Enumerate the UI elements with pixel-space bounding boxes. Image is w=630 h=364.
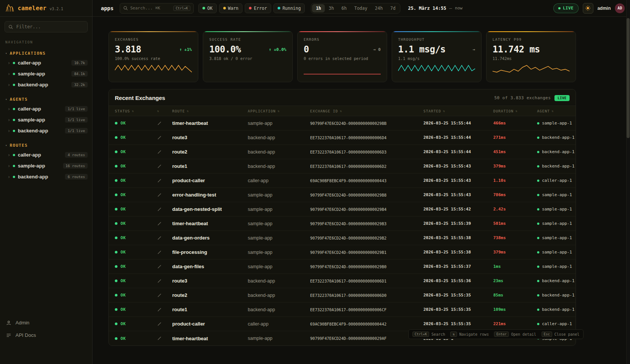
- sort-icon: ⇅: [157, 109, 159, 113]
- table-row[interactable]: OK product-caller caller-app 69AC90BF8EB…: [109, 174, 576, 188]
- sidebar-item-caller-app[interactable]: › caller-app 1/1 live: [0, 103, 92, 114]
- hint-key: ⇅: [450, 332, 457, 337]
- sidebar-section-header[interactable]: ▾ ROUTES: [0, 141, 92, 149]
- row-agent: sample-app-1: [542, 221, 572, 226]
- date-range-picker[interactable]: 25. März 14:55 – now: [408, 6, 462, 11]
- column-header-application[interactable]: APPLICATION⇅: [243, 109, 305, 113]
- row-exchange-id: EE7322370A10617-00000000000006D4: [305, 135, 418, 140]
- table-row[interactable]: OK data-gen-orders sample-app 90799F47E6…: [109, 231, 576, 245]
- column-header-agent[interactable]: AGENT⇅: [528, 109, 576, 113]
- time-range-1h[interactable]: 1h: [312, 4, 325, 12]
- table-row[interactable]: OK route3 backend-app EE7322370A10617-00…: [109, 274, 576, 288]
- live-dot-icon: [558, 7, 561, 9]
- row-started: 2026-03-25 15:55:39: [418, 221, 488, 226]
- column-header-route[interactable]: ROUTE⇅: [167, 109, 243, 113]
- status-filter-warn[interactable]: Warn: [219, 3, 243, 13]
- sidebar-item-api-docs[interactable]: API Docs: [0, 329, 92, 341]
- sidebar-item-caller-app[interactable]: › caller-app 10.7k: [0, 57, 92, 68]
- stat-delta: ↑ +1%: [179, 47, 192, 52]
- status-ok-dot-icon: [115, 208, 117, 210]
- time-range-today[interactable]: Today: [351, 4, 371, 12]
- global-search[interactable]: Ctrl+K: [120, 3, 194, 14]
- stat-sparkline: [493, 63, 570, 76]
- table-row[interactable]: OK route3 backend-app EE7322370A10617-00…: [109, 131, 576, 145]
- row-application: sample-app: [243, 235, 305, 241]
- theme-toggle-button[interactable]: [583, 3, 593, 14]
- sidebar-item-backend-app[interactable]: › backend-app 6 routes: [0, 171, 92, 182]
- brand[interactable]: cameleer v3.2.1: [0, 0, 92, 17]
- time-range-7d[interactable]: 7d: [386, 4, 399, 12]
- status-filter-error[interactable]: Error: [245, 3, 271, 13]
- row-exchange-id: 90799F47E6CD24D-00000000000029AF: [305, 336, 418, 341]
- sidebar-item-sample-app[interactable]: › sample-app 1/1 live: [0, 114, 92, 125]
- table-row[interactable]: OK timer-heartbeat sample-app 90799F47E6…: [109, 116, 576, 131]
- row-route: file-processing: [167, 249, 243, 255]
- row-status: OK: [120, 307, 126, 312]
- sidebar-section-header[interactable]: ▾ APPLICATIONS: [0, 49, 92, 57]
- chevron-right-icon: ›: [8, 164, 10, 168]
- stat-value: 11.742 ms: [493, 45, 540, 54]
- column-header-status[interactable]: STATUS⇅: [109, 109, 152, 113]
- table-row[interactable]: OK route2 backend-app EE7322370A10617-00…: [109, 145, 576, 159]
- row-status: OK: [120, 321, 126, 326]
- sidebar-item-caller-app[interactable]: › caller-app 4 routes: [0, 149, 92, 160]
- sidebar-section-header[interactable]: ▾ AGENTS: [0, 95, 92, 103]
- table-row[interactable]: OK route2 backend-app EE7322370A10617-00…: [109, 288, 576, 303]
- row-status: OK: [120, 278, 126, 283]
- agent-dot-icon: [537, 294, 539, 296]
- row-started: 2026-03-25 15:55:35: [418, 321, 488, 326]
- table-body: OK timer-heartbeat sample-app 90799F47E6…: [109, 116, 576, 346]
- table-row[interactable]: OK timer-heartbeat sample-app 90799F47E6…: [109, 217, 576, 231]
- column-header-duration[interactable]: DURATION⇅: [488, 109, 528, 113]
- table-row[interactable]: OK data-gen-files sample-app 90799F47E6C…: [109, 260, 576, 274]
- agent-dot-icon: [537, 208, 539, 210]
- row-application: sample-app: [243, 192, 305, 198]
- trend-icon: [157, 264, 162, 269]
- table-row[interactable]: OK file-processing sample-app 90799F47E6…: [109, 245, 576, 260]
- live-status-badge[interactable]: LIVE: [553, 3, 579, 13]
- avatar[interactable]: AD: [615, 3, 625, 13]
- trend-icon: [157, 221, 162, 226]
- agent-dot-icon: [537, 309, 539, 311]
- status-ok-dot-icon: [115, 122, 117, 124]
- sidebar-filter-input[interactable]: [5, 21, 88, 32]
- row-duration: 2.42s: [488, 207, 528, 212]
- row-duration: 23ms: [488, 278, 528, 283]
- section-items: › caller-app 4 routes › sample-app 16 ro…: [0, 149, 92, 182]
- row-status: OK: [120, 293, 126, 298]
- row-duration: 379ms: [488, 250, 528, 255]
- column-label: STARTED: [423, 109, 441, 113]
- status-filter-ok[interactable]: OK: [198, 3, 217, 13]
- row-application: sample-app: [243, 250, 305, 255]
- sidebar-item-sample-app[interactable]: › sample-app 84.1k: [0, 68, 92, 79]
- time-range-3h[interactable]: 3h: [325, 4, 338, 12]
- sidebar-item-badge: 32.2k: [71, 82, 88, 88]
- hint-label: Navigate rows: [459, 332, 489, 336]
- time-range-6h[interactable]: 6h: [338, 4, 351, 12]
- status-dot-icon: [13, 62, 15, 64]
- row-started: 2026-03-25 15:55:35: [418, 307, 488, 312]
- column-header-trend[interactable]: ⇅: [152, 109, 167, 113]
- global-search-input[interactable]: [130, 6, 171, 11]
- page-scrollbar[interactable]: [626, 0, 630, 364]
- table-row[interactable]: OK error-handling-test sample-app 90799F…: [109, 188, 576, 202]
- column-header-started[interactable]: STARTED⇅: [418, 109, 488, 113]
- column-header-exchange-id[interactable]: EXCHANGE ID⇅: [305, 109, 418, 113]
- live-label: LIVE: [563, 6, 574, 11]
- sidebar-item-sample-app[interactable]: › sample-app 16 routes: [0, 160, 92, 171]
- table-row[interactable]: OK route1 backend-app EE7322370A10617-00…: [109, 159, 576, 174]
- sidebar-item-backend-app[interactable]: › backend-app 32.2k: [0, 79, 92, 90]
- table-row[interactable]: OK data-gen-nested-split sample-app 9079…: [109, 202, 576, 217]
- scrollbar-thumb[interactable]: [627, 18, 630, 138]
- table-row[interactable]: OK route1 backend-app EE7322370A10617-00…: [109, 303, 576, 317]
- status-filter-running[interactable]: Running: [273, 3, 305, 13]
- sidebar-item-admin[interactable]: Admin: [0, 316, 92, 329]
- sidebar: cameleer v3.2.1 NAVIGATION ▾ APPLICATION…: [0, 0, 93, 364]
- column-label: ROUTE: [172, 109, 185, 113]
- sidebar-item-backend-app[interactable]: › backend-app 1/1 live: [0, 125, 92, 136]
- row-route: timer-heartbeat: [167, 336, 243, 341]
- stat-card-success-rate: SUCCESS RATE 100.0% ↑ +0.0% 3.818 ok / 0…: [203, 31, 293, 82]
- section-label: AGENTS: [10, 97, 28, 102]
- time-range-24h[interactable]: 24h: [371, 4, 387, 12]
- card-accent-bar: [109, 31, 198, 32]
